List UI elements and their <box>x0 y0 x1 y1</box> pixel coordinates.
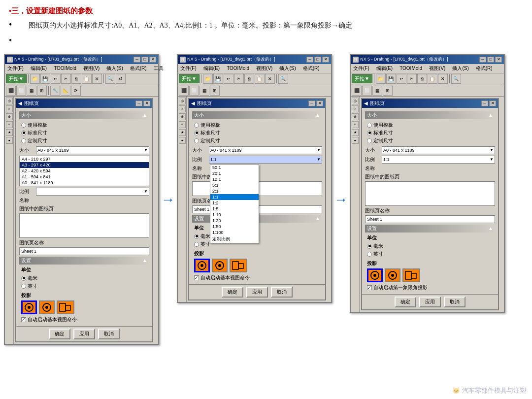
dialog-minus-1[interactable]: ─ <box>135 100 142 106</box>
checkbox-icon-1[interactable]: ✓ <box>21 317 26 322</box>
strip-btn2-5[interactable]: ★ <box>179 129 186 136</box>
ratio-1-50[interactable]: 1:50 <box>210 224 259 230</box>
size-list-1[interactable]: A4 - 210 x 297 A3 - 297 x 420 A2 - 420 x… <box>19 156 149 186</box>
dialog-close-1[interactable]: ✕ <box>143 100 150 106</box>
start-btn-1[interactable]: 开始▼ <box>6 74 27 83</box>
menu-toolmold-1[interactable]: TOOIMold <box>52 65 78 71</box>
maximize-btn-1[interactable]: □ <box>141 57 148 63</box>
sheet-name-input-1[interactable]: Sheet 1 <box>19 247 149 255</box>
start-btn-2[interactable]: 开始▼ <box>179 74 200 83</box>
ratio-20-1[interactable]: 20:1 <box>210 170 259 176</box>
tb-t3-2[interactable]: ▦ <box>200 86 209 96</box>
radio-custom-2[interactable]: 定制尺寸 <box>194 137 320 144</box>
menu-edit-1[interactable]: 编辑(E) <box>29 65 48 72</box>
sheets-list-1[interactable] <box>19 213 149 238</box>
maximize-btn-3[interactable]: □ <box>487 57 494 63</box>
tb-paste-2[interactable]: 📋 <box>255 74 265 84</box>
tb-copy-1[interactable]: ⎘ <box>71 74 81 84</box>
radio-inch-3[interactable]: 英寸 <box>367 251 493 258</box>
checkbox-auto-2[interactable]: ✓ 自动启动基本视图命令 <box>192 273 322 282</box>
apply-btn-3[interactable]: 应用 <box>419 297 441 307</box>
ratio-1-10[interactable]: 1:10 <box>210 212 259 218</box>
strip-btn3-6[interactable]: ● <box>352 137 359 144</box>
size-opt-a1[interactable]: A1 - 594 x 841 <box>20 174 149 180</box>
ok-btn-1[interactable]: 确定 <box>49 329 70 339</box>
ratio-10-1[interactable]: 10:1 <box>210 176 259 182</box>
ratio-select-3[interactable]: 1:1 ▼ <box>382 156 495 164</box>
size-opt-a0[interactable]: A0 - 841 x 1189 <box>20 180 149 186</box>
tb-t5[interactable]: 🔧 <box>50 86 60 96</box>
dialog-close-3[interactable]: ✕ <box>489 100 496 106</box>
strip-btn6[interactable]: ● <box>6 137 13 144</box>
minimize-btn-2[interactable]: ─ <box>306 57 313 63</box>
radio-inch-1[interactable]: 英寸 <box>21 283 147 290</box>
strip-btn2[interactable]: ▷ <box>6 105 13 112</box>
minimize-btn-3[interactable]: ─ <box>479 57 486 63</box>
minimize-btn-1[interactable]: ─ <box>133 57 140 63</box>
radio-mm-3[interactable]: 毫米 <box>367 243 493 250</box>
menu-toolmold-3[interactable]: TOOIMold <box>398 65 424 71</box>
radio-inch-circle-2[interactable] <box>194 242 199 247</box>
size-opt-a3[interactable]: A3 - 297 x 420 <box>20 162 149 168</box>
radio-mm-circle-1[interactable] <box>21 276 26 281</box>
radio-inch-circle-3[interactable] <box>367 252 372 257</box>
tb-paste-3[interactable]: 📋 <box>428 74 437 84</box>
size-arrow-3[interactable]: ▼ <box>490 148 494 152</box>
sheets-list-3[interactable] <box>365 181 495 206</box>
size-opt-a4[interactable]: A4 - 210 x 297 <box>20 156 149 162</box>
tb-undo-2[interactable]: ↩ <box>224 74 233 84</box>
menu-tools-1[interactable]: 工具 <box>152 65 165 72</box>
tb-t1[interactable]: ⬛ <box>6 86 16 96</box>
proj-first-angle-1[interactable] <box>21 300 37 314</box>
tb-cut-1[interactable]: ✂ <box>61 74 71 84</box>
cancel-btn-2[interactable]: 取消 <box>271 287 293 298</box>
tb-open-3[interactable]: 📁 <box>376 74 386 84</box>
menu-file-2[interactable]: 文件(F) <box>179 65 198 72</box>
close-btn-2[interactable]: ✕ <box>322 57 329 63</box>
tb-refresh-1[interactable]: ↺ <box>116 74 126 84</box>
close-btn-3[interactable]: ✕ <box>495 57 502 63</box>
size-select-1[interactable]: A0 - 841 x 1189 ▼ <box>36 146 149 154</box>
menu-edit-2[interactable]: 编辑(E) <box>202 65 221 72</box>
radio-standard-circle-3[interactable] <box>367 131 372 135</box>
ratio-50-1[interactable]: 50:1 <box>210 165 259 170</box>
strip-btn3-3[interactable]: ⊕ <box>352 113 359 120</box>
menu-insert-1[interactable]: 插入(S) <box>105 65 124 72</box>
menu-format-3[interactable]: 格式(R) <box>474 65 494 72</box>
radio-standard-circle-1[interactable] <box>21 131 26 135</box>
checkbox-auto-3[interactable]: ✓ 自动启动第一象限角投影 <box>365 283 495 292</box>
tb-del-1[interactable]: ✕ <box>92 74 102 84</box>
tb-paste-1[interactable]: 📋 <box>82 74 92 84</box>
strip-btn4[interactable]: ≡ <box>6 121 13 128</box>
strip-btn2-2[interactable]: ▷ <box>179 105 186 112</box>
strip-btn3-2[interactable]: ▷ <box>352 105 359 112</box>
ratio-custom[interactable]: 定制比例 <box>210 235 259 243</box>
radio-custom-circle-3[interactable] <box>367 138 372 143</box>
checkbox-icon-2[interactable]: ✓ <box>194 275 199 280</box>
tb-open-2[interactable]: 📁 <box>203 74 213 84</box>
menu-toolmold-2[interactable]: TOOIMold <box>225 65 251 71</box>
tb-undo-1[interactable]: ↩ <box>51 74 61 84</box>
ratio-1-100[interactable]: 1:100 <box>210 230 259 235</box>
ratio-1-1[interactable]: 1:1 <box>210 194 259 200</box>
strip-btn3[interactable]: ⊕ <box>6 113 13 120</box>
ratio-5-1[interactable]: 5:1 <box>210 182 259 188</box>
proj-third-3[interactable] <box>385 268 400 282</box>
tb-t2[interactable]: ⬜ <box>16 86 26 96</box>
radio-standard-1[interactable]: 标准尺寸 <box>21 130 147 136</box>
tb-cut-3[interactable]: ✂ <box>407 74 417 84</box>
menu-file-3[interactable]: 文件(F) <box>352 65 371 72</box>
tb-t2-2[interactable]: ⬜ <box>189 86 199 96</box>
radio-template-circle-1[interactable] <box>21 123 26 128</box>
tb-undo-3[interactable]: ↩ <box>397 74 406 84</box>
proj-third-2[interactable] <box>212 259 228 272</box>
size-arrow-2[interactable]: ▼ <box>317 148 321 152</box>
radio-standard-3[interactable]: 标准尺寸 <box>367 130 493 136</box>
menu-view-1[interactable]: 视图(V) <box>82 65 101 72</box>
proj-view-2[interactable] <box>230 259 247 272</box>
strip-btn1[interactable]: ◎ <box>6 98 13 104</box>
radio-template-1[interactable]: 使用模板 <box>21 122 147 129</box>
checkbox-auto-1[interactable]: ✓ 自动启动基本视图命令 <box>19 315 149 324</box>
radio-mm-circle-2[interactable] <box>194 234 199 239</box>
apply-btn-2[interactable]: 应用 <box>246 287 268 298</box>
